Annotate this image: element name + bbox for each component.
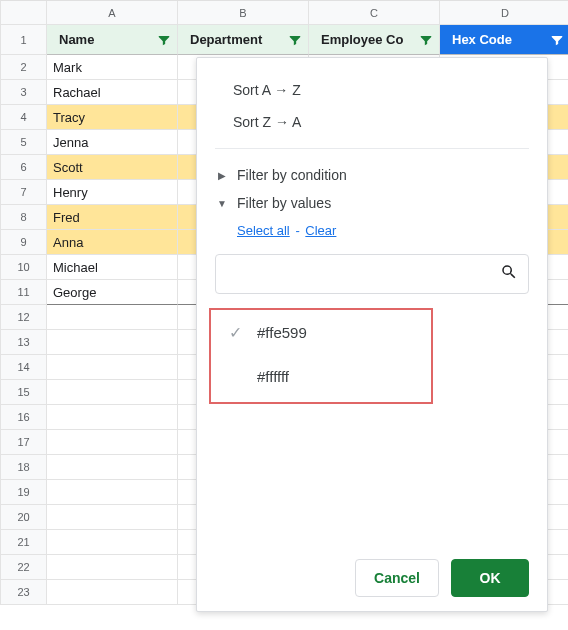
filter-links: Select all - Clear [215,217,529,240]
column-header-A[interactable]: A [47,1,178,25]
cell[interactable] [47,580,178,605]
divider [215,148,529,149]
row-header-9[interactable]: 9 [1,230,47,255]
row-header-20[interactable]: 20 [1,505,47,530]
row-header-19[interactable]: 19 [1,480,47,505]
row-header-21[interactable]: 21 [1,530,47,555]
check-icon: ✓ [229,323,251,342]
header-label: Employee Co [315,32,416,47]
row-header-1[interactable]: 1 [1,25,47,55]
cell[interactable] [47,505,178,530]
filter-search-input[interactable] [226,265,500,283]
caret-right-icon: ▶ [215,170,229,181]
row-header-6[interactable]: 6 [1,155,47,180]
cell[interactable] [47,405,178,430]
row-header-16[interactable]: 16 [1,405,47,430]
header-label: Hex Code [446,32,547,47]
filter-icon[interactable] [547,30,567,50]
header-label: Name [53,32,154,47]
row-header-10[interactable]: 10 [1,255,47,280]
column-header-B[interactable]: B [178,1,309,25]
sort-z-a[interactable]: Sort Z → A [215,106,529,138]
clear-link[interactable]: Clear [305,223,336,238]
filter-values-list: ✓#ffe599#ffffff [209,308,433,404]
popup-footer: Cancel OK [215,547,529,597]
header-cell-B[interactable]: Department [178,25,309,55]
cell[interactable]: Mark [47,55,178,80]
filter-icon[interactable] [416,30,436,50]
cell[interactable] [47,455,178,480]
row-header-8[interactable]: 8 [1,205,47,230]
cell[interactable] [47,555,178,580]
cell[interactable] [47,530,178,555]
select-all-link[interactable]: Select all [237,223,290,238]
row-header-7[interactable]: 7 [1,180,47,205]
cell[interactable] [47,380,178,405]
cell[interactable]: Scott [47,155,178,180]
search-icon [500,263,518,286]
caret-down-icon: ▼ [215,198,229,209]
cell[interactable]: Anna [47,230,178,255]
filter-icon[interactable] [154,30,174,50]
header-cell-C[interactable]: Employee Co [309,25,440,55]
row-header-12[interactable]: 12 [1,305,47,330]
row-header-14[interactable]: 14 [1,355,47,380]
header-cell-A[interactable]: Name [47,25,178,55]
select-all-corner[interactable] [1,1,47,25]
filter-value-label: #ffe599 [251,324,307,341]
header-cell-D[interactable]: Hex Code [440,25,568,55]
row-header-13[interactable]: 13 [1,330,47,355]
row-header-11[interactable]: 11 [1,280,47,305]
row-header-18[interactable]: 18 [1,455,47,480]
cancel-button[interactable]: Cancel [355,559,439,597]
cell[interactable] [47,430,178,455]
filter-by-values[interactable]: ▼ Filter by values [215,189,529,217]
filter-value-label: #ffffff [251,368,289,385]
cell[interactable]: Rachael [47,80,178,105]
row-header-15[interactable]: 15 [1,380,47,405]
filter-by-condition[interactable]: ▶ Filter by condition [215,161,529,189]
cell[interactable]: Tracy [47,105,178,130]
row-header-2[interactable]: 2 [1,55,47,80]
filter-popup: Sort A → Z Sort Z → A ▶ Filter by condit… [196,57,548,612]
link-separator: - [293,223,305,238]
row-header-5[interactable]: 5 [1,130,47,155]
filter-by-values-label: Filter by values [237,195,331,211]
column-header-C[interactable]: C [309,1,440,25]
cell[interactable]: Fred [47,205,178,230]
filter-search-box[interactable] [215,254,529,294]
cell[interactable]: George [47,280,178,305]
cell[interactable] [47,305,178,330]
filter-value-item[interactable]: ✓#ffe599 [211,310,431,354]
row-header-3[interactable]: 3 [1,80,47,105]
row-header-17[interactable]: 17 [1,430,47,455]
cell[interactable]: Jenna [47,130,178,155]
filter-value-item[interactable]: #ffffff [211,354,431,398]
filter-by-condition-label: Filter by condition [237,167,347,183]
cell[interactable]: Henry [47,180,178,205]
header-label: Department [184,32,285,47]
row-header-22[interactable]: 22 [1,555,47,580]
ok-button[interactable]: OK [451,559,529,597]
cell[interactable] [47,330,178,355]
cell[interactable] [47,355,178,380]
row-header-4[interactable]: 4 [1,105,47,130]
cell[interactable]: Michael [47,255,178,280]
filter-icon[interactable] [285,30,305,50]
sort-a-z[interactable]: Sort A → Z [215,74,529,106]
row-header-23[interactable]: 23 [1,580,47,605]
cell[interactable] [47,480,178,505]
column-header-D[interactable]: D [440,1,568,25]
